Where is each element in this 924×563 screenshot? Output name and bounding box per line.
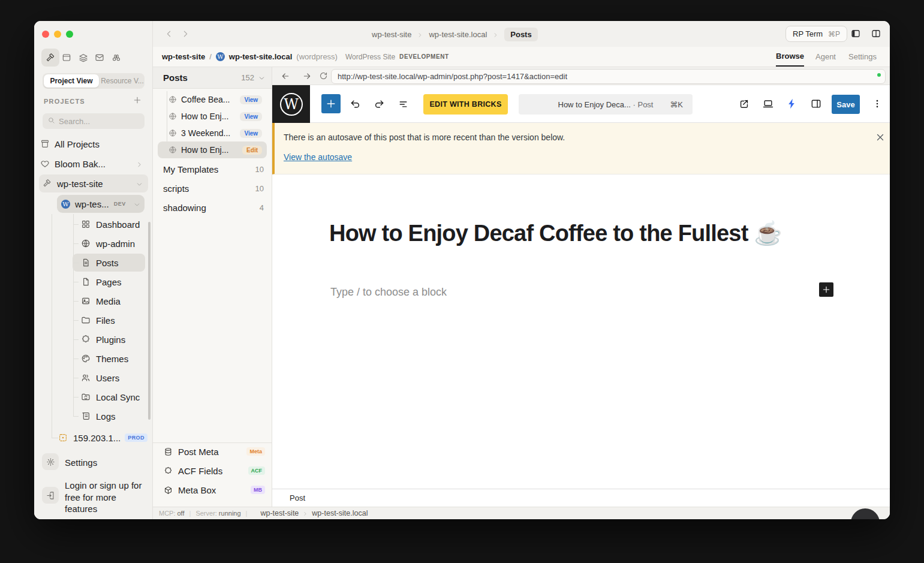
group-scripts[interactable]: scripts 10 <box>153 180 272 197</box>
address-bar[interactable] <box>331 69 886 84</box>
project-search[interactable] <box>43 113 145 129</box>
view-badge[interactable]: View <box>240 129 262 138</box>
tab-browse[interactable]: Browse <box>776 47 804 67</box>
view-autosave-link[interactable]: View the autosave <box>284 152 352 162</box>
wordpress-logo-button[interactable]: W <box>272 85 310 123</box>
sidebar-item-dashboard[interactable]: Dashboard <box>73 215 145 233</box>
breadcrumb-project[interactable]: wp-test-site <box>372 30 411 39</box>
save-button[interactable]: Save <box>832 95 860 114</box>
hammer-tool-icon[interactable] <box>46 53 55 62</box>
close-window-button[interactable] <box>42 31 49 38</box>
tab-project-view[interactable]: Project View <box>44 74 99 88</box>
browser-tool-icon[interactable] <box>62 53 71 62</box>
reload-icon[interactable] <box>319 71 329 81</box>
wordpress-icon: W <box>280 93 303 116</box>
sidebar-item-login[interactable]: Login or sign up for free for more featu… <box>65 480 144 515</box>
browser-forward-icon[interactable] <box>302 71 312 81</box>
edit-badge[interactable]: Edit <box>242 146 262 155</box>
post-list-item-selected[interactable]: How to Enj... Edit <box>158 141 267 158</box>
breadcrumb-site[interactable]: wp-test-site.local <box>429 30 487 39</box>
sidebar-item-users[interactable]: Users <box>73 369 145 387</box>
undo-icon[interactable] <box>349 98 362 110</box>
sidebar-item-site-dev[interactable]: W wp-tes... DEV <box>57 195 145 213</box>
site-env-label: DEVELOPMENT <box>399 53 449 60</box>
binoculars-tool-icon[interactable] <box>112 53 121 62</box>
edit-with-bricks-button[interactable]: EDIT WITH BRICKS <box>423 94 508 115</box>
block-inserter-button[interactable] <box>321 94 341 113</box>
mail-tool-icon[interactable] <box>95 53 104 62</box>
meta-item-acf-fields[interactable]: ACF Fields ACF <box>153 462 272 479</box>
search-input[interactable] <box>59 117 131 126</box>
sidebar-item-prod-server[interactable]: 159.203.1... PROD <box>58 429 149 447</box>
sidebar-item-bloom[interactable]: Bloom Bak... <box>39 155 148 173</box>
post-item-label: Coffee Bea... <box>181 95 230 104</box>
mcp-value: off <box>177 510 185 517</box>
external-link-icon[interactable] <box>738 98 751 110</box>
tab-settings[interactable]: Settings <box>848 47 877 67</box>
site-host-name[interactable]: wp-test-site.local <box>229 52 292 61</box>
forward-icon[interactable] <box>180 29 191 39</box>
posts-panel-header[interactable]: Posts 152 <box>153 67 272 89</box>
sidebar-item-label: Posts <box>96 258 119 268</box>
sidebar-item-themes[interactable]: Themes <box>73 350 145 368</box>
device-preview-icon[interactable] <box>762 98 775 110</box>
lightning-icon[interactable] <box>786 98 799 110</box>
back-icon[interactable] <box>164 29 174 39</box>
split-view-icon[interactable] <box>871 28 881 39</box>
view-badge[interactable]: View <box>240 95 262 104</box>
doc-type-label: · Post <box>633 100 654 109</box>
globe-icon <box>168 112 177 121</box>
redo-icon[interactable] <box>373 98 386 110</box>
breadcrumb-page[interactable]: Posts <box>504 28 537 41</box>
zoom-window-button[interactable] <box>66 31 73 38</box>
url-status-dot <box>877 73 881 77</box>
sidebar-item-all-projects[interactable]: All Projects <box>39 135 148 153</box>
sidebar-item-wp-test-site[interactable]: wp-test-site <box>39 174 148 192</box>
settings-sidebar-icon[interactable] <box>810 98 823 110</box>
editor-canvas[interactable]: How to Enjoy Decaf Coffee to the Fullest… <box>272 174 890 489</box>
post-title[interactable]: How to Enjoy Decaf Coffee to the Fullest… <box>329 220 845 246</box>
minimize-window-button[interactable] <box>54 31 61 38</box>
meta-badge: Meta <box>246 447 265 456</box>
tab-resource-view[interactable]: Resource V... <box>100 73 145 89</box>
sidebar-item-pages[interactable]: Pages <box>73 273 145 291</box>
close-icon[interactable] <box>875 132 886 143</box>
site-kind: WordPress Site <box>345 53 395 61</box>
sidebar-item-settings[interactable]: Settings <box>65 453 149 471</box>
sidebar-scrollbar[interactable] <box>148 222 151 420</box>
list-view-icon[interactable] <box>397 98 410 110</box>
browser-back-icon[interactable] <box>281 71 290 81</box>
add-project-button[interactable] <box>133 95 142 105</box>
login-icon-button[interactable] <box>42 487 59 504</box>
url-input[interactable] <box>338 72 879 81</box>
settings-icon-button[interactable] <box>42 453 59 470</box>
scroll-icon <box>81 411 91 421</box>
editor-breadcrumb[interactable]: Post <box>290 493 305 502</box>
sidebar-item-posts[interactable]: Posts <box>73 254 145 272</box>
post-list-item[interactable]: How to Enj... View <box>158 108 267 125</box>
layers-tool-icon[interactable] <box>79 53 88 62</box>
tab-agent[interactable]: Agent <box>815 47 836 67</box>
block-placeholder[interactable]: Type / to choose a block <box>330 286 447 299</box>
rp-term-button[interactable]: RP Term ⌘P <box>785 26 847 42</box>
add-block-button[interactable] <box>819 282 833 297</box>
sidebar-item-media[interactable]: Media <box>73 292 145 310</box>
post-list-item[interactable]: Coffee Bea... View <box>158 91 267 108</box>
more-options-icon[interactable] <box>872 98 883 109</box>
status-crumb-project[interactable]: wp-test-site <box>260 509 299 517</box>
site-project-name[interactable]: wp-test-site <box>162 52 205 61</box>
meta-item-post-meta[interactable]: Post Meta Meta <box>153 443 272 460</box>
meta-item-meta-box[interactable]: Meta Box MB <box>153 481 272 498</box>
sidebar-item-files[interactable]: Files <box>73 311 145 329</box>
group-shadowing[interactable]: shadowing 4 <box>153 199 272 216</box>
group-my-templates[interactable]: My Templates 10 <box>153 161 272 177</box>
document-title-pill[interactable]: How to Enjoy Deca... · Post ⌘K <box>519 94 693 115</box>
toggle-left-panel-icon[interactable] <box>850 28 861 39</box>
sidebar-item-local-sync[interactable]: Local Sync <box>73 388 145 406</box>
sidebar-item-wp-admin[interactable]: wp-admin <box>73 234 145 252</box>
sidebar-item-logs[interactable]: Logs <box>73 407 145 425</box>
sidebar-item-plugins[interactable]: Plugins <box>73 330 145 348</box>
status-crumb-site[interactable]: wp-test-site.local <box>312 509 368 517</box>
post-list-item[interactable]: 3 Weekend... View <box>158 125 267 141</box>
view-badge[interactable]: View <box>240 112 262 121</box>
